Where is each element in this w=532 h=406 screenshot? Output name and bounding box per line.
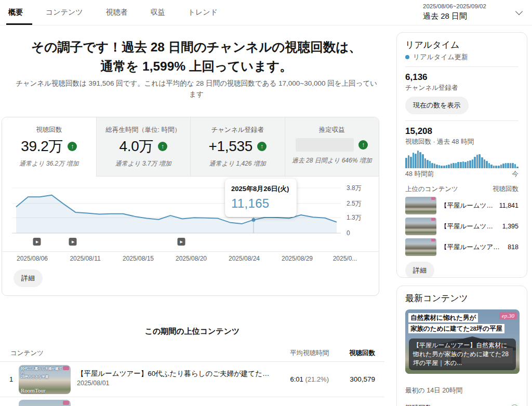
- tab-overview[interactable]: 概要: [7, 0, 24, 25]
- realtime-bar: [476, 155, 478, 168]
- list-item[interactable]: 【平屋ルームツアー】60代... 818: [405, 238, 518, 256]
- views-column-label: 視聴回数: [493, 185, 518, 194]
- realtime-bar: [474, 157, 476, 168]
- latest-video-thumbnail[interactable]: 自然素材に惚れた男が 家族のために建てた28坪の平屋 ep.30 【平屋ルームツ…: [405, 309, 520, 374]
- latest-views-row: 視聴回数 3,921: [405, 403, 518, 406]
- column-header-views[interactable]: 視聴回数: [331, 349, 375, 358]
- top-content-table: コンテンツ 平均視聴時間 視聴回数 1 60代二人暮らし夫婦が建てた 25坪の小…: [0, 347, 384, 406]
- latest-content-title: 最新コンテンツ: [405, 292, 518, 305]
- show-current-count-button[interactable]: 現在の数を表示: [405, 97, 469, 114]
- bar-axis-left-label: 48 時間前: [405, 170, 434, 179]
- realtime-bar: [448, 165, 450, 168]
- tab-audience[interactable]: 視聴者: [105, 0, 129, 25]
- realtime-bar: [450, 164, 453, 168]
- date-range-texts: 2025/08/06~2025/09/02 過去 28 日間: [423, 3, 512, 22]
- video-markers-row: [2, 237, 379, 247]
- x-axis-labels: 2025/08/062025/08/112025/08/152025/08/20…: [2, 251, 379, 260]
- y-axis-tick: 1.3万: [347, 214, 369, 221]
- realtime-card: リアルタイム リアルタイム更新 6,136 チャンネル登録者 現在の数を表示 1…: [396, 32, 527, 278]
- realtime-bar: [469, 160, 471, 168]
- date-range-picker[interactable]: 2025/08/06~2025/09/02 過去 28 日間: [423, 3, 525, 22]
- column-header-avg-view-duration[interactable]: 平均視聴時間: [280, 349, 329, 358]
- thumbnail-overlay-text: 60代二人暮らし夫婦が建てた 25坪の小さな平屋: [21, 367, 63, 379]
- realtime-bar: [438, 165, 441, 168]
- check-circle-icon: [511, 404, 518, 406]
- column-header-content[interactable]: コンテンツ: [10, 349, 44, 358]
- metric-tab-watch-time[interactable]: 総再生時間（単位: 時間） 4.0万 通常より 3.7万 増加: [96, 117, 191, 177]
- list-item[interactable]: 【平屋ルームツアー】こ... 1,395: [405, 218, 518, 235]
- thumbnail-brand-text: RoomTour: [21, 387, 46, 394]
- realtime-bar: [427, 160, 429, 168]
- video-marker-icon[interactable]: [177, 238, 185, 246]
- y-axis-tick: 0: [347, 229, 369, 237]
- realtime-bar: [405, 158, 407, 168]
- overview-details-button[interactable]: 詳細: [14, 269, 43, 287]
- x-axis-label: 2025/08/24: [229, 255, 260, 262]
- tab-trends[interactable]: トレンド: [187, 0, 219, 25]
- realtime-bar: [462, 161, 464, 168]
- realtime-bar-chart[interactable]: [405, 151, 518, 168]
- views-cell: 300,579: [327, 375, 375, 383]
- realtime-bar: [493, 166, 495, 168]
- views-line-chart[interactable]: 3.8万 2.5万 1.3万 0 2025/08/062025/08/11202…: [2, 185, 379, 263]
- top-content-label: 上位のコンテンツ: [405, 185, 458, 194]
- video-thumbnail[interactable]: [19, 400, 71, 406]
- video-views: 818: [508, 243, 518, 251]
- realtime-bar: [467, 161, 469, 168]
- realtime-bar: [490, 165, 493, 168]
- episode-badge: ep.30: [499, 312, 517, 319]
- bar-axis-right-label: 今: [512, 170, 519, 179]
- date-range-value: 2025/08/06~2025/09/02: [423, 3, 512, 10]
- metric-value: 39.2万: [21, 138, 63, 155]
- x-axis-label: 2025/08/11: [70, 255, 100, 262]
- divider: [405, 120, 518, 121]
- x-axis-label: 2025/08/15: [123, 255, 154, 262]
- realtime-bar: [415, 154, 417, 168]
- video-views: 1,395: [502, 223, 518, 230]
- video-title[interactable]: 【平屋ルームツアー】60代ふたり暮らしのご夫婦が建てた、理想を詰め込んだ...: [77, 369, 275, 378]
- list-item[interactable]: 【平屋ルームツアー】6... 11,841: [405, 197, 518, 214]
- table-row[interactable]: 1 60代二人暮らし夫婦が建てた 25坪の小さな平屋 RoomTour 【平屋ル…: [0, 362, 384, 397]
- realtime-title: リアルタイム: [405, 39, 518, 51]
- metric-tab-views[interactable]: 視聴回数 39.2万 通常より 36.2万 増加: [2, 117, 96, 177]
- metric-value: 4.0万: [119, 138, 153, 155]
- realtime-details-button[interactable]: 詳細: [405, 262, 434, 278]
- date-period-value: 過去 28 日間: [423, 10, 512, 22]
- video-title: 【平屋ルームツアー】6...: [436, 201, 499, 210]
- metric-label: チャンネル登録者: [191, 126, 285, 134]
- x-axis-label: 2025/08/20: [176, 255, 207, 262]
- y-axis-tick: 2.5万: [347, 200, 369, 207]
- tab-revenue[interactable]: 収益: [150, 0, 166, 25]
- realtime-bar: [446, 165, 448, 168]
- analytics-header: 概要 コンテンツ 視聴者 収益 トレンド 2025/08/06~2025/09/…: [0, 0, 532, 25]
- thumbnail-overlay-text: 自然素材に惚れた男が 家族のために建てた28坪の平屋: [408, 313, 499, 334]
- video-thumbnail: [405, 238, 436, 256]
- realtime-bar: [472, 159, 474, 168]
- video-thumbnail: [405, 218, 436, 235]
- video-marker-icon[interactable]: [69, 238, 77, 246]
- video-thumbnail[interactable]: 60代二人暮らし夫婦が建てた 25坪の小さな平屋 RoomTour: [19, 365, 71, 394]
- realtime-bar: [516, 167, 518, 168]
- metric-delta: 過去 28 日間より 646% 増加: [285, 156, 379, 165]
- metric-label: 総再生時間（単位: 時間）: [97, 126, 191, 134]
- realtime-bar: [424, 158, 427, 168]
- tooltip-date: 2025年8月26日(火): [231, 184, 290, 194]
- divider: [405, 66, 518, 67]
- avg-view-duration-cell: 6:01 (21.2%): [274, 375, 329, 383]
- realtime-bar: [510, 163, 512, 168]
- performance-subtitle: チャンネル視聴回数は 391,506 回です。これは平均的な 28 日間の視聴回…: [15, 78, 378, 100]
- metric-tab-subscribers[interactable]: チャンネル登録者 +1,535 通常より 1,426 増加: [190, 117, 285, 177]
- realtime-bar: [484, 159, 486, 168]
- thumbnail-caption: 【平屋ルームツアー】自然素材に惚れた男が家族のために建てた28坪の平屋｜木の..…: [409, 339, 516, 370]
- video-marker-icon[interactable]: [33, 238, 41, 246]
- realtime-list-header: 上位のコンテンツ 視聴回数: [405, 185, 518, 194]
- y-axis-tick: 3.8万: [347, 184, 369, 192]
- realtime-bar: [460, 162, 462, 168]
- table-row[interactable]: [0, 397, 384, 406]
- views-value: 3,921: [489, 404, 507, 406]
- metric-tab-revenue[interactable]: 推定収益 過去 28 日間より 646% 増加: [285, 117, 379, 177]
- tab-content[interactable]: コンテンツ: [45, 0, 84, 25]
- analytics-overview-card: 視聴回数 39.2万 通常より 36.2万 増加 総再生時間（単位: 時間） 4…: [2, 117, 379, 296]
- realtime-bar: [453, 163, 455, 168]
- realtime-bar: [455, 163, 457, 168]
